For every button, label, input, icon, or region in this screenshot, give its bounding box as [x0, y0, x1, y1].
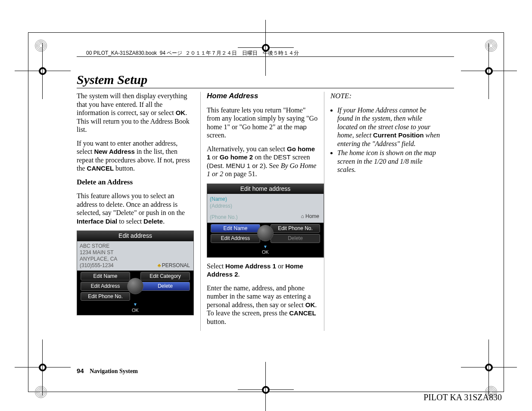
- column-2: Home Address This feature lets you retur…: [200, 92, 318, 331]
- home-icon: ⌂: [301, 213, 304, 219]
- registration-mark: [482, 361, 495, 374]
- source-meta-line: 00 PILOT_KA-31SZA830.book 94 ページ ２０１１年７月…: [86, 50, 299, 57]
- column-3: NOTE: If your Home Address cannot be fou…: [324, 92, 442, 331]
- note-item: If your Home Address cannot be found in …: [337, 106, 442, 148]
- delete-button[interactable]: Delete: [140, 282, 190, 291]
- interface-dial-icon: [257, 225, 274, 241]
- registration-mark: [36, 65, 49, 78]
- note-list: If your Home Address cannot be found in …: [330, 106, 442, 174]
- ok-prompt[interactable]: ▼OK: [207, 244, 324, 257]
- subheading-delete-address: Delete an Address: [77, 178, 194, 187]
- spiral-mark: [485, 39, 498, 52]
- edit-category-button[interactable]: Edit Category: [140, 272, 190, 281]
- subheading-home-address: Home Address: [207, 92, 318, 101]
- down-arrow-icon: ▼: [263, 244, 268, 249]
- paragraph: The system will then display everything …: [77, 92, 194, 134]
- title-separator: [77, 88, 454, 88]
- column-1: The system will then display everything …: [77, 92, 194, 331]
- screen-buttons: Edit Name Edit Category Edit Address Del…: [77, 271, 193, 302]
- paragraph: If you want to enter another address, se…: [77, 139, 194, 173]
- footer-title: Navigation System: [90, 368, 138, 374]
- three-column-layout: The system will then display everything …: [77, 92, 456, 331]
- page-number: 94: [77, 367, 84, 374]
- note-item: The home icon is shown on the map screen…: [337, 149, 442, 174]
- edit-home-address-screenshot: Edit home address (Name) (Address) (Phon…: [207, 184, 324, 258]
- address-info-block: ABC STORE 1234 MAIN ST ANYPLACE, CA (310…: [77, 241, 193, 271]
- paragraph: This feature lets you return "Home" from…: [207, 106, 318, 140]
- delete-button[interactable]: Delete: [271, 234, 320, 243]
- empty-slot: [140, 292, 190, 301]
- edit-address-button[interactable]: Edit Address: [81, 282, 130, 291]
- note-heading: NOTE:: [330, 92, 442, 101]
- edit-name-button[interactable]: Edit Name: [81, 272, 130, 281]
- paragraph: This feature allows you to select an add…: [77, 192, 194, 225]
- paragraph: Enter the name, address, and phone numbe…: [207, 284, 318, 326]
- paragraph: Select Home Address 1 or Home Address 2.: [207, 262, 318, 279]
- spiral-mark: [34, 39, 47, 52]
- user-icon: ♣: [158, 262, 161, 268]
- registration-mark: [259, 383, 272, 396]
- interface-dial-icon: [127, 278, 143, 294]
- edit-address-button[interactable]: Edit Address: [211, 234, 260, 243]
- meta-separator: [77, 56, 454, 57]
- screen-title: Edit address: [77, 231, 193, 241]
- page-footer: 94 Navigation System: [77, 367, 138, 375]
- edit-address-screenshot: Edit address ABC STORE 1234 MAIN ST ANYP…: [77, 230, 194, 315]
- edit-phone-button[interactable]: Edit Phone No.: [81, 292, 130, 301]
- screen-title: Edit home address: [207, 184, 324, 194]
- edit-name-button[interactable]: Edit Name: [211, 224, 260, 233]
- spiral-mark: [34, 386, 47, 399]
- page-content: System Setup The system will then displa…: [77, 72, 456, 331]
- down-arrow-icon: ▼: [133, 302, 137, 307]
- registration-mark: [36, 361, 49, 374]
- document-id: PILOT KA 31SZA830: [423, 392, 502, 402]
- screen-buttons: Edit Name Edit Phone No. Edit Address De…: [207, 223, 324, 244]
- registration-mark: [482, 65, 495, 78]
- ok-prompt[interactable]: ▼OK: [77, 302, 193, 315]
- edit-phone-button[interactable]: Edit Phone No.: [271, 224, 320, 233]
- paragraph: Alternatively, you can select Go home 1 …: [207, 145, 318, 178]
- page-title: System Setup: [77, 72, 456, 87]
- home-info-block: (Name) (Address) (Phone No.) ⌂ Home: [207, 194, 324, 223]
